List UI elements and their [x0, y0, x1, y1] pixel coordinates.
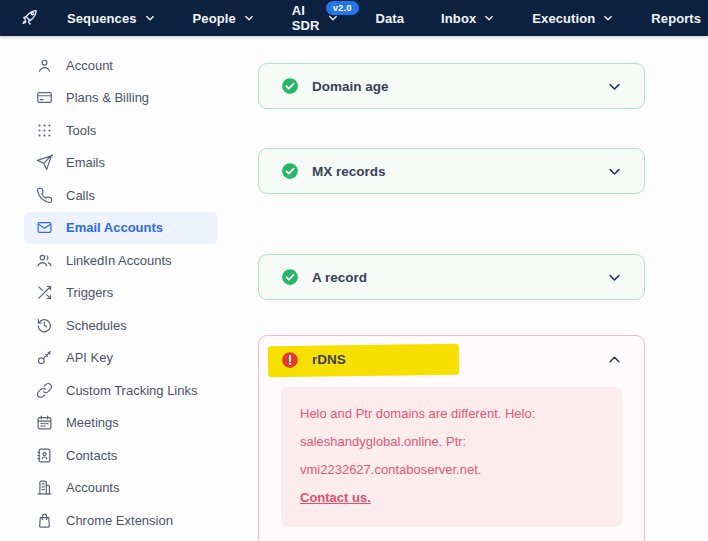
sidebar-item-accounts[interactable]: Accounts — [24, 472, 218, 505]
error-alert: Helo and Ptr domains are different. Helo… — [281, 387, 622, 527]
credit-card-icon — [36, 89, 53, 106]
version-badge: v2.0 — [326, 1, 359, 15]
bag-icon — [36, 512, 53, 529]
panel-rdns: rDNSHelo and Ptr domains are different. … — [258, 335, 645, 541]
calendar-icon — [36, 414, 53, 431]
sidebar-item-contacts[interactable]: Contacts — [24, 439, 218, 472]
building-icon — [36, 479, 53, 496]
nav-item-execution[interactable]: Execution — [532, 0, 614, 36]
chevron-down-icon — [144, 12, 156, 24]
chevron-down-icon — [243, 12, 255, 24]
chevron-down-dark-icon[interactable] — [607, 270, 622, 285]
sidebar-item-label: Accounts — [66, 480, 119, 495]
domain-health-checks: Domain ageMX recordsA recordrDNSHelo and… — [258, 36, 645, 541]
nav-item-ai-sdr[interactable]: AI SDRv2.0 — [292, 0, 339, 36]
check-circle-icon — [281, 268, 299, 286]
check-circle-icon — [281, 77, 299, 95]
user-icon — [36, 57, 53, 74]
panel-a-record: A record — [258, 254, 645, 300]
panel-title: Domain age — [312, 79, 389, 94]
sidebar-item-label: Contacts — [66, 448, 117, 463]
nav-item-label: Inbox — [441, 11, 476, 26]
sidebar-item-label: Email Accounts — [66, 220, 163, 235]
check-circle-icon — [281, 162, 299, 180]
grid-dots-icon — [36, 122, 53, 139]
sidebar-item-custom-tracking-links[interactable]: Custom Tracking Links — [24, 374, 218, 407]
panel-title: MX records — [312, 164, 386, 179]
sidebar-item-linkedin-accounts[interactable]: LinkedIn Accounts — [24, 244, 218, 277]
sidebar-item-label: Chrome Extension — [66, 513, 173, 528]
panel-header-mx-records[interactable]: MX records — [259, 149, 644, 193]
sidebar-item-label: Custom Tracking Links — [66, 383, 198, 398]
app-logo[interactable] — [20, 7, 39, 30]
nav-item-label: Data — [376, 11, 405, 26]
sidebar-item-label: Schedules — [66, 318, 127, 333]
error-circle-icon — [281, 351, 299, 369]
sidebar-item-label: Account — [66, 58, 113, 73]
sidebar-item-meetings[interactable]: Meetings — [24, 407, 218, 440]
settings-sidebar: AccountPlans & BillingToolsEmailsCallsEm… — [0, 36, 250, 541]
sidebar-item-plans-billing[interactable]: Plans & Billing — [24, 82, 218, 115]
nav-item-label: AI SDR — [292, 3, 320, 33]
nav-item-label: Sequences — [67, 11, 137, 26]
sidebar-item-label: API Key — [66, 350, 113, 365]
people-icon — [36, 252, 53, 269]
chevron-up-dark-icon[interactable] — [607, 352, 622, 367]
sidebar-item-schedules[interactable]: Schedules — [24, 309, 218, 342]
nav-item-label: Execution — [532, 11, 595, 26]
chevron-down-dark-icon[interactable] — [607, 79, 622, 94]
chevron-down-icon — [602, 12, 614, 24]
panel-mx-records: MX records — [258, 148, 645, 194]
nav-item-data[interactable]: Data — [376, 0, 405, 36]
sidebar-item-label: Triggers — [66, 285, 113, 300]
chevron-down-icon — [483, 12, 495, 24]
sidebar-item-label: Emails — [66, 155, 105, 170]
panel-header-domain-age[interactable]: Domain age — [259, 64, 644, 108]
envelope-icon — [36, 219, 53, 236]
nav-item-label: Reports — [651, 11, 701, 26]
shuffle-icon — [36, 284, 53, 301]
sidebar-item-emails[interactable]: Emails — [24, 147, 218, 180]
nav-item-label: People — [193, 11, 236, 26]
top-navbar: SequencesPeopleAI SDRv2.0DataInboxExecut… — [0, 0, 708, 36]
panel-body: Helo and Ptr domains are different. Helo… — [259, 383, 644, 541]
sidebar-item-label: Calls — [66, 188, 95, 203]
sidebar-item-chrome-extension[interactable]: Chrome Extension — [24, 504, 218, 537]
sidebar-item-account[interactable]: Account — [24, 49, 218, 82]
sidebar-item-calls[interactable]: Calls — [24, 179, 218, 212]
nav-item-reports[interactable]: Reports — [651, 0, 708, 36]
sidebar-item-label: LinkedIn Accounts — [66, 253, 172, 268]
sidebar-item-label: Meetings — [66, 415, 119, 430]
phone-icon — [36, 187, 53, 204]
nav-item-people[interactable]: People — [193, 0, 255, 36]
main-nav-menu: SequencesPeopleAI SDRv2.0DataInboxExecut… — [67, 0, 708, 36]
sidebar-item-label: Plans & Billing — [66, 90, 149, 105]
rocket-icon — [20, 7, 39, 30]
link-icon — [36, 382, 53, 399]
nav-item-inbox[interactable]: Inbox — [441, 0, 495, 36]
chevron-down-dark-icon[interactable] — [607, 164, 622, 179]
sidebar-item-triggers[interactable]: Triggers — [24, 277, 218, 310]
nav-item-sequences[interactable]: Sequences — [67, 0, 156, 36]
key-icon — [36, 349, 53, 366]
contact-us-link[interactable]: Contact us. — [300, 484, 371, 512]
error-message: Helo and Ptr domains are different. Helo… — [300, 400, 603, 484]
contact-book-icon — [36, 447, 53, 464]
panel-domain-age: Domain age — [258, 63, 645, 109]
sidebar-item-tools[interactable]: Tools — [24, 114, 218, 147]
panel-title: rDNS — [312, 352, 346, 367]
panel-header-rdns[interactable]: rDNS — [259, 336, 644, 383]
sidebar-item-email-accounts[interactable]: Email Accounts — [24, 212, 218, 245]
panel-header-a-record[interactable]: A record — [259, 255, 644, 299]
sidebar-item-label: Tools — [66, 123, 96, 138]
paper-plane-icon — [36, 154, 53, 171]
sidebar-item-api-key[interactable]: API Key — [24, 342, 218, 375]
panel-title: A record — [312, 270, 367, 285]
history-clock-icon — [36, 317, 53, 334]
